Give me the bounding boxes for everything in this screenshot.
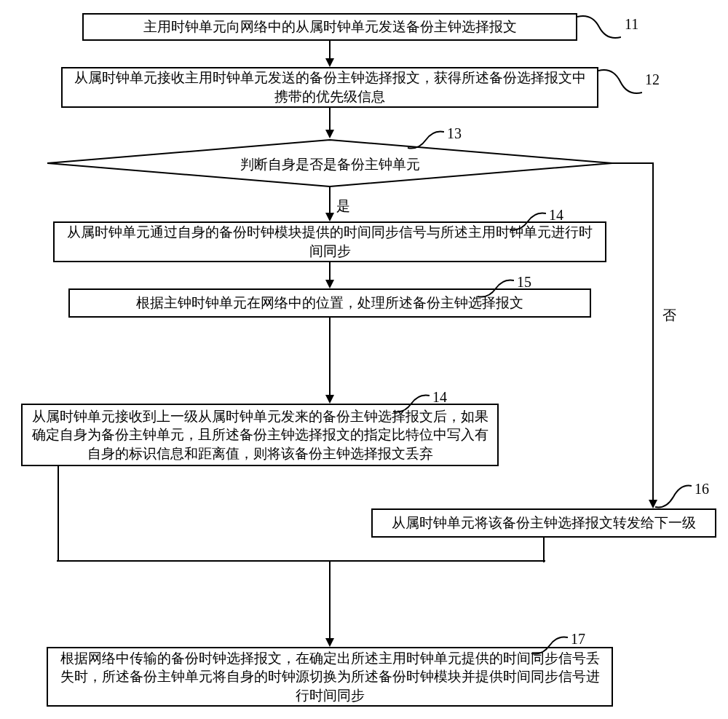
step-16-brace <box>655 484 692 510</box>
step-16-text: 从属时钟单元将该备份主钟选择报文转发给下一级 <box>392 514 696 533</box>
arrow-11-12 <box>325 41 334 67</box>
svg-marker-11 <box>325 395 334 404</box>
step-14b-num: 14 <box>432 389 447 406</box>
step-17-text: 根据网络中传输的备份时钟选择报文，在确定出所述主用时钟单元提供的时间同步信号丢失… <box>54 649 606 705</box>
yes-label: 是 <box>336 197 350 216</box>
step-17-num: 17 <box>571 631 585 648</box>
step-15-text: 根据主钟时钟单元在网络中的位置，处理所述备份主钟选择报文 <box>136 294 523 313</box>
step-11-text: 主用时钟单元向网络中的从属时钟单元发送备份主钟选择报文 <box>143 17 517 36</box>
step-12-text: 从属时钟单元接收主用时钟单元发送的备份主钟选择报文，获得所述备份选择报文中携带的… <box>68 68 591 106</box>
arrow-14b-down <box>54 466 63 561</box>
arrow-15-14b <box>325 318 334 404</box>
step-14a-brace <box>510 211 546 233</box>
arrow-16-down <box>539 538 548 562</box>
step-13-num: 13 <box>447 125 462 142</box>
svg-marker-1 <box>325 58 334 67</box>
arrow-13-no <box>612 163 663 508</box>
step-11-num: 11 <box>625 16 638 33</box>
step-15-num: 15 <box>517 274 531 291</box>
step-16-box: 从属时钟单元将该备份主钟选择报文转发给下一级 <box>371 508 716 538</box>
step-13-text: 判断自身是否是备份主钟单元 <box>46 155 614 174</box>
svg-marker-6 <box>325 213 334 221</box>
step-14b-text: 从属时钟单元接收到上一级从属时钟单元发来的备份主钟选择报文后，如果确定自身为备份… <box>28 407 491 463</box>
step-17-brace <box>531 635 568 657</box>
step-17-box: 根据网络中传输的备份时钟选择报文，在确定出所述主用时钟单元提供的时间同步信号丢失… <box>47 647 613 707</box>
step-13-brace <box>408 130 444 152</box>
no-label: 否 <box>662 306 676 325</box>
arrow-merge-17 <box>325 561 334 647</box>
step-14b-brace <box>393 393 430 415</box>
svg-marker-16 <box>325 638 334 647</box>
arrow-13-14 <box>325 186 334 221</box>
step-13-diamond: 判断自身是否是备份主钟单元 <box>46 138 614 188</box>
step-12-box: 从属时钟单元接收主用时钟单元发送的备份主钟选择报文，获得所述备份选择报文中携带的… <box>61 67 598 108</box>
step-15-brace <box>478 278 514 300</box>
step-14a-num: 14 <box>549 207 563 224</box>
step-12-brace <box>598 67 642 96</box>
step-16-num: 16 <box>695 481 709 498</box>
svg-marker-9 <box>325 280 334 288</box>
merge-line <box>57 559 545 565</box>
arrow-14-15 <box>325 262 334 288</box>
step-11-brace <box>577 13 621 41</box>
arrow-12-13 <box>325 108 334 138</box>
svg-marker-3 <box>325 130 334 138</box>
step-12-num: 12 <box>645 71 660 88</box>
step-11-box: 主用时钟单元向网络中的从属时钟单元发送备份主钟选择报文 <box>82 13 577 41</box>
